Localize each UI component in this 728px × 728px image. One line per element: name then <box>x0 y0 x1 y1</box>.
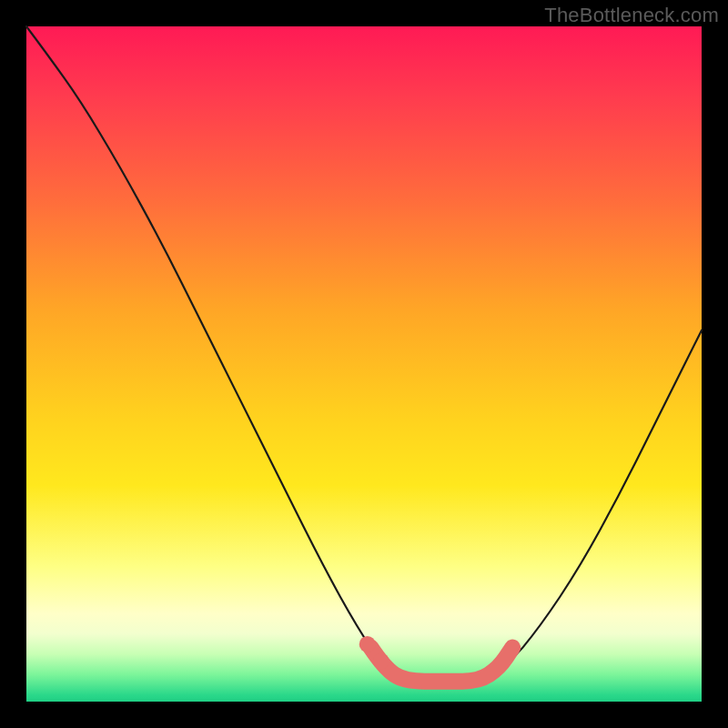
right-curve <box>479 330 702 682</box>
watermark-text: TheBottleneck.com <box>544 4 719 27</box>
overlay-dot <box>373 653 389 670</box>
curves-layer <box>26 26 702 702</box>
plot-area <box>26 26 702 702</box>
optimal-band-overlay <box>370 648 512 682</box>
overlay-dot <box>359 636 376 652</box>
left-curve <box>26 26 411 682</box>
chart-frame: TheBottleneck.com <box>0 0 728 728</box>
